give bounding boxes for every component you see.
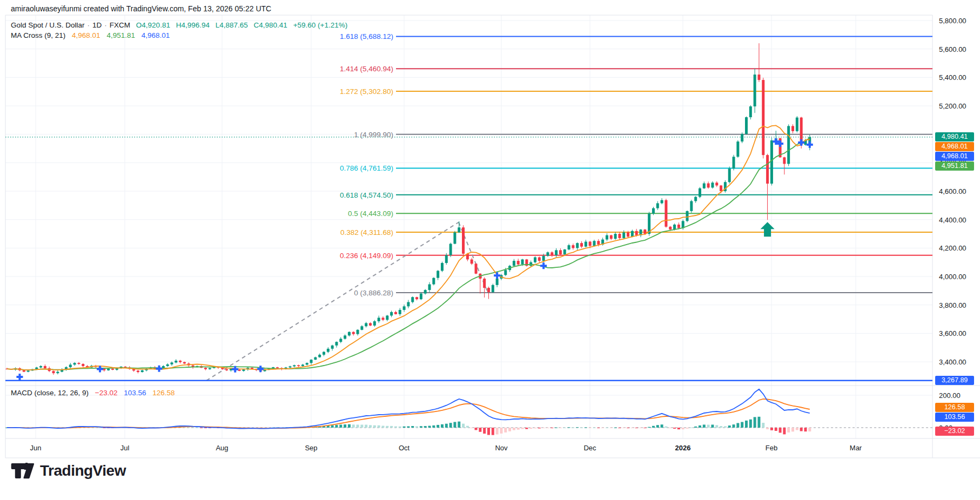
tradingview-logo-icon xyxy=(11,463,35,479)
price-axis-tick: 4,400.00 xyxy=(939,215,966,224)
fib-label: 0.5 (4,443.09) xyxy=(227,210,393,218)
chart-canvas[interactable] xyxy=(0,0,980,500)
symbol-legend[interactable]: Gold Spot / U.S. Dollar·1D·FXCM O4,920.8… xyxy=(11,20,347,40)
macd-signal-line xyxy=(7,399,810,428)
price-pane xyxy=(6,43,813,380)
macd-value-badge: 126.58 xyxy=(935,403,974,412)
price-axis-tick: 5,800.00 xyxy=(939,17,966,25)
symbol-title[interactable]: Gold Spot / U.S. Dollar xyxy=(11,21,85,29)
price-axis-tick: 3,400.00 xyxy=(939,358,966,366)
time-axis-label[interactable]: Aug xyxy=(203,444,241,452)
price-badge: 4,968.01 xyxy=(935,142,974,151)
ma-cross-title[interactable]: MA Cross (9, 21) xyxy=(11,31,65,39)
fib-label: 0.382 (4,311.68) xyxy=(227,228,393,236)
macd-signal-value: 126.58 xyxy=(152,389,174,397)
ma-cross-value: 4,968.01 xyxy=(142,31,170,39)
fib-label: 0.236 (4,149.09) xyxy=(227,251,393,259)
price-axis-tick: 3,800.00 xyxy=(939,301,966,309)
price-axis-tick: 4,200.00 xyxy=(939,244,966,252)
price-badge: 4,951.81 xyxy=(935,161,974,171)
macd-title[interactable]: MACD (close, 12, 26, 9) xyxy=(11,389,89,397)
time-axis-label[interactable]: Oct xyxy=(385,444,423,452)
price-badge: 4,980.41 xyxy=(935,132,974,141)
time-axis-label[interactable]: Sep xyxy=(292,444,330,452)
time-axis-label[interactable]: Dec xyxy=(571,444,609,452)
baseline-price-badge: 3,267.89 xyxy=(935,376,974,385)
symbol-legend-row: Gold Spot / U.S. Dollar·1D·FXCM O4,920.8… xyxy=(11,20,347,30)
macd-line-value: 103.56 xyxy=(124,389,146,397)
macd-legend-row: MACD (close, 12, 26, 9) −23.02 103.56 12… xyxy=(11,388,175,398)
time-axis-label[interactable]: Nov xyxy=(482,444,520,452)
tradingview-published-chart: amiraoluwaseyifunmi created with Trading… xyxy=(0,0,980,500)
ma-cross-marker xyxy=(798,139,804,146)
ma21-value: 4,951.81 xyxy=(106,31,135,39)
price-badge: 4,968.01 xyxy=(935,152,974,161)
price-axis-tick: 4,600.00 xyxy=(939,187,966,195)
macd-hist-value: −23.02 xyxy=(95,389,118,397)
exchange-name: FXCM xyxy=(110,21,130,29)
fib-label: 1.414 (5,460.94) xyxy=(227,65,393,73)
close-value: C4,980.41 xyxy=(254,21,287,29)
price-axis-tick: 5,400.00 xyxy=(939,73,966,82)
fib-label: 1.272 (5,302.80) xyxy=(227,87,393,95)
separator-dot: · xyxy=(104,21,107,29)
price-axis-tick: 3,600.00 xyxy=(939,329,966,337)
fib-label: 1 (4,999.90) xyxy=(227,130,393,138)
macd-legend[interactable]: MACD (close, 12, 26, 9) −23.02 103.56 12… xyxy=(11,388,175,398)
ma-cross-marker xyxy=(16,374,23,380)
ma9-value: 4,968.01 xyxy=(72,31,100,39)
fib-label: 0 (3,886.28) xyxy=(227,288,393,296)
ma-cross-marker xyxy=(494,272,500,279)
up-arrow-marker xyxy=(761,222,775,237)
fib-extension xyxy=(5,36,932,380)
ma-cross-marker xyxy=(257,366,264,372)
ma-cross-marker xyxy=(807,141,813,148)
time-axis-label[interactable]: Feb xyxy=(753,444,790,452)
time-axis-label[interactable]: 2026 xyxy=(664,444,702,452)
separator-dot: · xyxy=(88,21,90,29)
price-axis-tick: 5,200.00 xyxy=(939,102,966,110)
macd-value-badge: −23.02 xyxy=(935,427,974,436)
time-axis-label[interactable]: Jun xyxy=(17,444,55,452)
fib-label: 0.786 (4,761.59) xyxy=(227,164,393,172)
ma-cross-legend-row: MA Cross (9, 21) 4,968.01 4,951.81 4,968… xyxy=(11,30,347,40)
open-value: O4,920.81 xyxy=(136,21,170,29)
macd-value-badge: 103.56 xyxy=(935,413,974,422)
ma-cross-marker xyxy=(97,366,103,372)
fib-label: 0.618 (4,574.50) xyxy=(227,191,393,199)
high-value: H4,996.94 xyxy=(176,21,210,29)
change-value: +59.60 (+1.21%) xyxy=(293,21,348,29)
time-axis-label[interactable]: Mar xyxy=(837,444,875,452)
ma21-line xyxy=(7,138,810,370)
price-axis-tick: 4,000.00 xyxy=(939,273,966,281)
interval-value[interactable]: 1D xyxy=(92,21,102,29)
ma-cross-marker xyxy=(540,262,547,269)
price-axis-tick: 5,600.00 xyxy=(939,45,966,53)
tradingview-logo-text: TradingView xyxy=(40,462,126,479)
macd-axis-tick: 200.00 xyxy=(939,391,961,400)
ma-cross-marker xyxy=(156,366,163,372)
tradingview-logo[interactable]: TradingView xyxy=(11,462,126,479)
low-value: L4,887.65 xyxy=(216,21,248,29)
time-axis-label[interactable]: Jul xyxy=(106,444,144,452)
